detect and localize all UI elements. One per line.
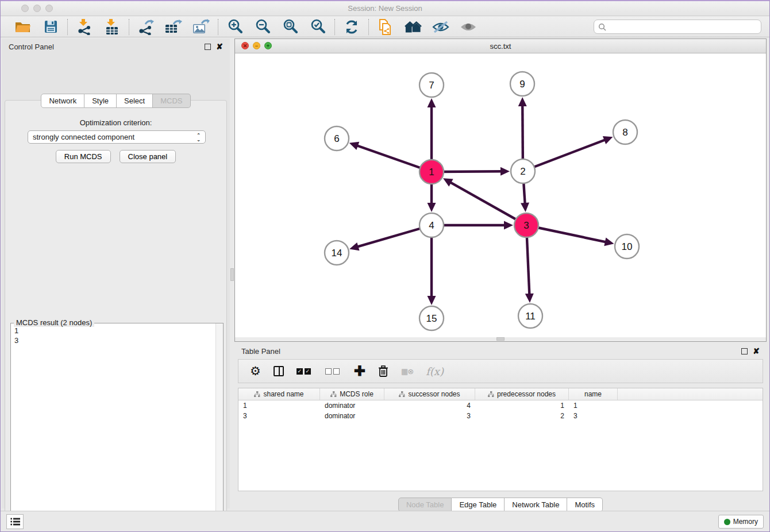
cell-successor-nodes[interactable]: 4: [384, 402, 475, 411]
cell-name[interactable]: 1: [569, 402, 618, 411]
column-header-successor-nodes[interactable]: successor nodes: [384, 388, 475, 400]
run-mcds-button[interactable]: Run MCDS: [56, 150, 111, 163]
table-row[interactable]: 3 dominator 3 2 3: [238, 412, 763, 421]
float-table-panel-icon[interactable]: [741, 348, 748, 354]
tab-edge-table[interactable]: Edge Table: [452, 498, 505, 512]
network-minimize-button[interactable]: −: [253, 42, 260, 49]
splitter-grip[interactable]: [230, 268, 234, 281]
hide-selected-eye-icon[interactable]: [432, 18, 449, 36]
graph-node-6[interactable]: 6: [325, 126, 349, 151]
cell-mcds-role[interactable]: dominator: [320, 402, 384, 411]
close-panel-icon[interactable]: ✘: [216, 44, 223, 50]
delete-rows-trash-icon[interactable]: [378, 365, 388, 377]
window-close-button[interactable]: [21, 5, 29, 12]
tab-style[interactable]: Style: [84, 94, 117, 108]
memory-button[interactable]: Memory: [718, 515, 764, 529]
svg-text:7: 7: [429, 80, 434, 91]
close-panel-button[interactable]: Close panel: [120, 150, 176, 163]
open-session-icon[interactable]: [14, 18, 32, 36]
import-network-icon[interactable]: [76, 18, 93, 36]
tab-node-table[interactable]: Node Table: [398, 498, 452, 512]
graph-node-4[interactable]: 4: [419, 213, 444, 237]
svg-text:3: 3: [523, 220, 529, 231]
graph-node-2[interactable]: 2: [511, 159, 535, 183]
column-header-shared-name[interactable]: shared name: [238, 388, 320, 400]
window-maximize-button[interactable]: [45, 5, 53, 12]
column-header-predecessor-nodes[interactable]: predecessor nodes: [475, 388, 569, 400]
clone-network-icon[interactable]: [377, 18, 394, 36]
tab-mcds[interactable]: MCDS: [153, 94, 190, 108]
table-row[interactable]: 1 dominator 4 1 1: [238, 402, 763, 411]
window-minimize-button[interactable]: [33, 5, 41, 12]
graph-node-7[interactable]: 7: [419, 73, 444, 97]
task-history-button[interactable]: [6, 514, 24, 529]
column-header-name[interactable]: name: [569, 388, 618, 400]
panel-splitter[interactable]: [230, 38, 234, 508]
float-panel-icon[interactable]: [205, 44, 211, 50]
graph-edge-1-6[interactable]: [349, 142, 432, 172]
cell-successor-nodes[interactable]: 3: [384, 412, 475, 421]
cell-shared-name[interactable]: 1: [238, 402, 320, 411]
column-header-mcds-role[interactable]: MCDS role: [320, 388, 384, 400]
network-canvas[interactable]: 7968124314101511: [235, 53, 766, 337]
graph-edge-2-8[interactable]: [523, 136, 613, 171]
refresh-view-icon[interactable]: [343, 18, 360, 36]
settings-gear-icon[interactable]: ⚙: [250, 365, 261, 377]
graph-node-11[interactable]: 11: [518, 304, 542, 328]
deselect-all-icon[interactable]: [325, 368, 341, 375]
tab-select[interactable]: Select: [117, 94, 153, 108]
mcds-result-list[interactable]: 1 3: [11, 323, 215, 532]
import-table-icon[interactable]: [103, 18, 121, 36]
zoom-out-icon[interactable]: [254, 18, 271, 36]
mcds-result-item[interactable]: 3: [14, 336, 212, 345]
graph-node-10[interactable]: 10: [615, 234, 639, 259]
graph-edge-3-10[interactable]: [526, 225, 614, 246]
graph-node-9[interactable]: 9: [510, 72, 534, 96]
export-network-icon[interactable]: [137, 18, 155, 36]
graph-edge-3-1[interactable]: [443, 178, 526, 225]
graph-node-8[interactable]: 8: [613, 120, 637, 144]
mcds-result-item[interactable]: 1: [14, 326, 212, 336]
cell-name[interactable]: 3: [569, 412, 618, 421]
zoom-in-icon[interactable]: [226, 18, 244, 36]
cell-shared-name[interactable]: 3: [238, 412, 320, 421]
window-resize-grip[interactable]: [496, 337, 505, 341]
add-column-icon[interactable]: ✚: [354, 366, 365, 376]
network-maximize-button[interactable]: +: [264, 42, 272, 49]
graph-node-3[interactable]: 3: [514, 213, 538, 237]
save-session-icon[interactable]: [42, 18, 59, 36]
close-table-panel-icon[interactable]: ✘: [753, 348, 760, 354]
graph-node-1[interactable]: 1: [419, 160, 444, 184]
zoom-fit-icon[interactable]: [282, 18, 299, 36]
search-field[interactable]: [594, 20, 761, 34]
export-image-icon[interactable]: [192, 18, 210, 36]
status-bar: Memory: [1, 511, 769, 531]
memory-status-dot: [724, 519, 730, 525]
tab-network-table[interactable]: Network Table: [505, 498, 567, 512]
search-input[interactable]: [609, 21, 761, 33]
graph-node-14[interactable]: 14: [325, 241, 349, 265]
select-all-icon[interactable]: ✓✓: [297, 368, 313, 375]
tab-network[interactable]: Network: [41, 94, 84, 108]
cell-predecessor-nodes[interactable]: 2: [475, 412, 569, 421]
cell-mcds-role[interactable]: dominator: [320, 412, 384, 421]
export-table-icon[interactable]: [165, 18, 182, 36]
cell-predecessor-nodes[interactable]: 1: [475, 402, 569, 411]
network-window-titlebar[interactable]: ✕ − + scc.txt: [235, 39, 766, 53]
node-table[interactable]: shared name MCDS role successor nodes pr…: [238, 388, 763, 491]
network-graph[interactable]: 7968124314101511: [235, 53, 766, 337]
tab-motifs[interactable]: Motifs: [567, 498, 603, 512]
svg-text:8: 8: [622, 127, 627, 138]
show-hidden-eye-icon[interactable]: [460, 18, 477, 36]
toggle-columns-icon[interactable]: [274, 366, 284, 376]
function-builder-icon: f(x): [426, 365, 444, 377]
network-close-button[interactable]: ✕: [241, 42, 249, 49]
graph-node-15[interactable]: 15: [419, 306, 444, 330]
criterion-dropdown[interactable]: strongly connected component ⌃⌃: [28, 130, 206, 144]
svg-text:9: 9: [519, 79, 525, 90]
zoom-selected-icon[interactable]: [309, 18, 326, 36]
svg-text:11: 11: [525, 311, 536, 322]
show-all-home-icon[interactable]: [405, 18, 422, 36]
graph-edge-4-14[interactable]: [349, 225, 432, 250]
result-scrollbar[interactable]: [215, 323, 223, 532]
